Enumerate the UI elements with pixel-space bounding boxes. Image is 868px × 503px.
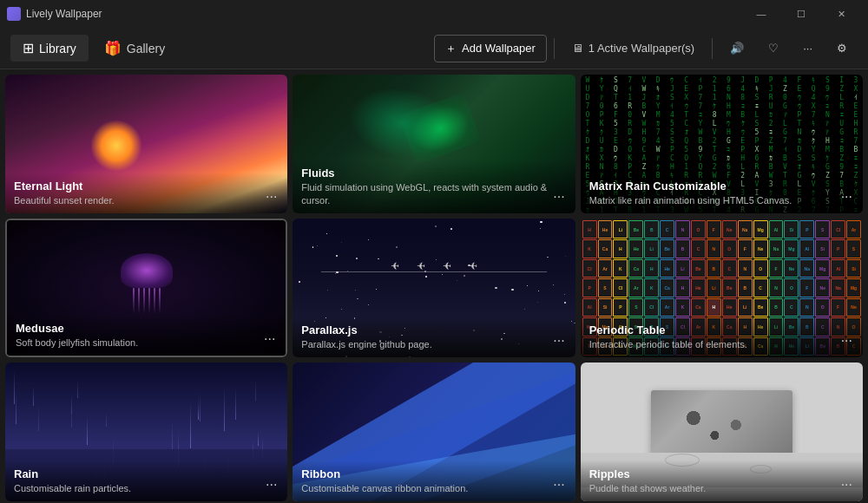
card-info-rain: Rain Customisable rain particles. <box>5 461 287 501</box>
card-info-fluids: Fluids Fluid simulation using WebGL, rea… <box>293 160 575 213</box>
volume-icon: 🔊 <box>730 42 744 55</box>
gallery-icon: 🎁 <box>104 40 122 56</box>
settings-icon: ⚙ <box>837 42 847 55</box>
card-menu-periodic-table[interactable]: ··· <box>838 331 856 350</box>
card-desc-matrix-rain: Matrix like rain animation using HTML5 C… <box>589 194 854 206</box>
toolbar: ⊞ Library 🎁 Gallery ＋ Add Wallpaper 🖥 1 … <box>0 28 868 69</box>
card-desc-eternal-light: Beautiful sunset render. <box>14 194 279 206</box>
card-title-eternal-light: Eternal Light <box>14 180 279 193</box>
card-menu-medusae[interactable]: ··· <box>260 330 279 349</box>
card-info-ripples: Ripples Puddle that shows weather. <box>581 461 863 501</box>
card-title-rain: Rain <box>14 467 279 480</box>
wallpaper-card-eternal-light[interactable]: Eternal Light Beautiful sunset render. ·… <box>5 75 287 213</box>
maximize-button[interactable]: ☐ <box>781 0 821 28</box>
card-menu-ripples[interactable]: ··· <box>838 475 856 494</box>
card-desc-rain: Customisable rain particles. <box>14 482 279 494</box>
library-nav-button[interactable]: ⊞ Library <box>10 35 89 62</box>
separator-2 <box>712 38 713 59</box>
settings-button[interactable]: ⚙ <box>826 36 858 60</box>
card-menu-fluids[interactable]: ··· <box>549 187 568 206</box>
close-button[interactable]: ✕ <box>821 0 861 28</box>
card-menu-rain[interactable]: ··· <box>262 475 280 494</box>
active-wallpapers-button[interactable]: 🖥 1 Active Wallpaper(s) <box>562 36 705 60</box>
wallpaper-card-ribbon[interactable]: Ribbon Customisable canvas ribbon animat… <box>293 363 575 501</box>
minimize-button[interactable]: — <box>741 0 781 28</box>
wallpaper-card-fluids[interactable]: Fluids Fluid simulation using WebGL, rea… <box>293 75 575 213</box>
heart-icon: ♡ <box>768 42 779 55</box>
card-desc-parallax-js: Parallax.js engine github page. <box>301 338 566 350</box>
toolbar-actions: ＋ Add Wallpaper 🖥 1 Active Wallpaper(s) … <box>434 35 858 62</box>
wallpaper-card-rain[interactable]: Rain Customisable rain particles. ··· <box>5 363 287 501</box>
card-title-periodic-table: Periodic Table <box>589 323 854 336</box>
active-wallpapers-label: 1 Active Wallpaper(s) <box>589 42 694 55</box>
card-title-ribbon: Ribbon <box>301 467 566 480</box>
gallery-nav-button[interactable]: 🎁 Gallery <box>92 35 177 62</box>
card-menu-matrix-rain[interactable]: ··· <box>838 187 856 206</box>
separator-1 <box>554 38 555 59</box>
card-title-parallax-js: Parallax.js <box>301 323 566 336</box>
card-title-ripples: Ripples <box>589 467 854 480</box>
card-desc-ribbon: Customisable canvas ribbon animation. <box>301 482 566 494</box>
card-desc-medusae: Soft body jellyfish simulation. <box>16 336 277 349</box>
card-desc-periodic-table: Interactive periodic table of elements. <box>589 338 854 350</box>
add-wallpaper-button[interactable]: ＋ Add Wallpaper <box>434 35 547 62</box>
wallpaper-card-parallax-js[interactable]: ✈✈✈✈ Parallax.js Parallax.js engine gith… <box>293 219 575 357</box>
card-menu-ribbon[interactable]: ··· <box>549 475 568 494</box>
card-info-periodic-table: Periodic Table Interactive periodic tabl… <box>581 317 863 357</box>
card-desc-ripples: Puddle that shows weather. <box>589 482 854 494</box>
card-info-parallax-js: Parallax.js Parallax.js engine github pa… <box>293 317 575 357</box>
card-title-fluids: Fluids <box>301 167 566 180</box>
gallery-label: Gallery <box>127 42 165 56</box>
volume-button[interactable]: 🔊 <box>720 36 754 60</box>
card-title-medusae: Medusae <box>16 322 277 335</box>
library-icon: ⊞ <box>23 40 34 56</box>
monitor-icon: 🖥 <box>572 42 583 55</box>
app-icon <box>7 7 21 21</box>
content-area: Eternal Light Beautiful sunset render. ·… <box>0 69 868 503</box>
card-title-matrix-rain: Matrix Rain Customizable <box>589 180 854 193</box>
add-icon: ＋ <box>445 41 457 56</box>
favorite-button[interactable]: ♡ <box>758 36 789 60</box>
more-icon: ··· <box>803 42 812 55</box>
wallpaper-card-medusae[interactable]: Medusae Soft body jellyfish simulation. … <box>5 219 287 357</box>
card-menu-parallax-js[interactable]: ··· <box>549 331 568 350</box>
window-controls: — ☐ ✕ <box>741 0 861 28</box>
library-label: Library <box>39 42 76 56</box>
wallpaper-card-matrix-rain[interactable]: WUD7OTｹDｵKRE5ｳJｶH5ｹYｱ0PKｸUｶXNｱSAM1LｺSQT6… <box>581 75 863 213</box>
wallpaper-grid: Eternal Light Beautiful sunset render. ·… <box>5 75 863 501</box>
wallpaper-card-periodic-table[interactable]: HHeLiBeBCNOFNeNaMgAlSiPSClArKCaHHeLiBeBC… <box>581 219 863 357</box>
app-title: Lively Wallpaper <box>26 8 741 20</box>
add-wallpaper-label: Add Wallpaper <box>462 42 536 55</box>
wallpaper-card-ripples[interactable]: Ripples Puddle that shows weather. ··· <box>581 363 863 501</box>
more-button[interactable]: ··· <box>792 36 823 60</box>
card-info-eternal-light: Eternal Light Beautiful sunset render. <box>5 173 287 213</box>
card-desc-fluids: Fluid simulation using WebGL, reacts wit… <box>301 181 566 206</box>
card-info-medusae: Medusae Soft body jellyfish simulation. <box>7 315 286 356</box>
card-info-matrix-rain: Matrix Rain Customizable Matrix like rai… <box>581 173 863 213</box>
titlebar: Lively Wallpaper — ☐ ✕ <box>0 0 868 28</box>
nav-buttons: ⊞ Library 🎁 Gallery <box>10 35 431 62</box>
card-info-ribbon: Ribbon Customisable canvas ribbon animat… <box>293 461 575 501</box>
card-menu-eternal-light[interactable]: ··· <box>262 187 280 206</box>
